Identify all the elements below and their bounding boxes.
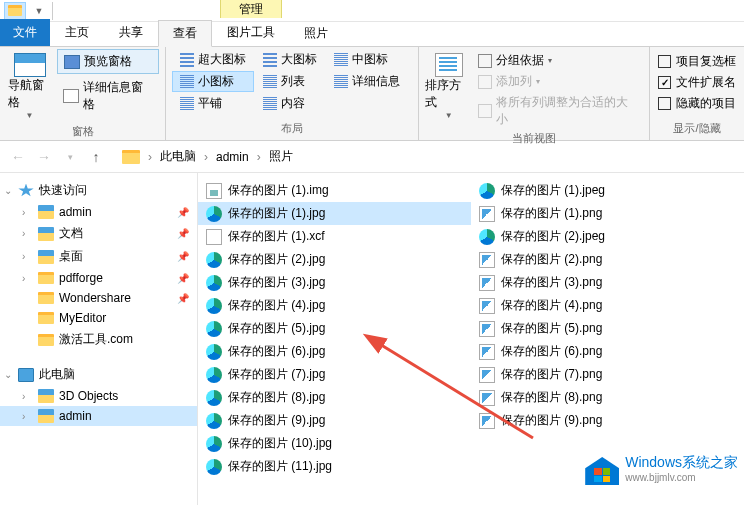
layout-small[interactable]: 小图标 (172, 71, 254, 92)
file-item[interactable]: 保存的图片 (9).png (471, 409, 744, 432)
tab-home[interactable]: 主页 (50, 19, 104, 46)
recent-dropdown[interactable]: ▾ (58, 145, 82, 169)
file-item[interactable]: 保存的图片 (4).jpg (198, 294, 471, 317)
file-item[interactable]: 保存的图片 (10).jpg (198, 432, 471, 455)
checkbox-hidden-items[interactable]: 隐藏的项目 (658, 95, 736, 112)
file-item[interactable]: 保存的图片 (4).png (471, 294, 744, 317)
file-item[interactable]: 保存的图片 (6).jpg (198, 340, 471, 363)
folder-icon (38, 292, 54, 304)
checkbox-file-extensions[interactable]: 文件扩展名 (658, 74, 736, 91)
tab-file[interactable]: 文件 (0, 19, 50, 46)
crumb-sep-icon[interactable]: › (146, 150, 154, 164)
layout-extra-large[interactable]: 超大图标 (172, 49, 254, 70)
png-icon (479, 275, 495, 291)
details-pane-button[interactable]: 详细信息窗格 (57, 76, 159, 116)
tab-share[interactable]: 共享 (104, 19, 158, 46)
layout-details[interactable]: 详细信息 (326, 71, 408, 92)
expand-icon[interactable]: › (22, 228, 25, 239)
checkbox-item-checkboxes[interactable]: 项目复选框 (658, 53, 736, 70)
file-item[interactable]: 保存的图片 (11).jpg (198, 455, 471, 478)
file-name: 保存的图片 (3).jpg (228, 274, 325, 291)
edge-icon (206, 344, 222, 360)
breadcrumb-photos[interactable]: 照片 (265, 146, 297, 167)
layout-medium[interactable]: 中图标 (326, 49, 408, 70)
expand-icon[interactable]: › (22, 391, 25, 402)
breadcrumb-admin[interactable]: admin (212, 148, 253, 166)
add-column-button[interactable]: 添加列 ▾ (476, 72, 639, 91)
qat-dropdown-icon[interactable]: ▼ (28, 2, 50, 20)
expand-icon[interactable]: ⌄ (4, 369, 12, 380)
tree-item-admin[interactable]: ›admin📌 (0, 202, 197, 222)
crumb-sep-icon[interactable]: › (255, 150, 263, 164)
tab-view[interactable]: 查看 (158, 20, 212, 47)
file-item[interactable]: 保存的图片 (1).jpg (198, 202, 471, 225)
png-icon (479, 252, 495, 268)
tree-item-com[interactable]: 激活工具.com (0, 328, 197, 351)
preview-pane-button[interactable]: 预览窗格 (57, 49, 159, 74)
file-item[interactable]: 保存的图片 (8).png (471, 386, 744, 409)
nav-sidebar[interactable]: ⌄ 快速访问 ›admin📌›文档📌›桌面📌›pdfforge📌Wondersh… (0, 173, 198, 505)
fit-columns-button[interactable]: 将所有列调整为合适的大小 (476, 93, 639, 129)
file-item[interactable]: 保存的图片 (1).xcf (198, 225, 471, 248)
tree-item-admin[interactable]: ›admin (0, 406, 197, 426)
tree-item-wondershare[interactable]: Wondershare📌 (0, 288, 197, 308)
expand-icon[interactable]: › (22, 207, 25, 218)
ribbon-group-layout: 超大图标 大图标 中图标 小图标 列表 详细信息 平铺 内容 布局 (166, 47, 419, 140)
png-icon (479, 298, 495, 314)
file-name: 保存的图片 (10).jpg (228, 435, 332, 452)
file-item[interactable]: 保存的图片 (7).png (471, 363, 744, 386)
file-item[interactable]: 保存的图片 (8).jpg (198, 386, 471, 409)
tree-item-[interactable]: ›桌面📌 (0, 245, 197, 268)
tree-item-[interactable]: ›文档📌 (0, 222, 197, 245)
layout-tiles[interactable]: 平铺 (172, 93, 254, 114)
crumb-sep-icon[interactable]: › (202, 150, 210, 164)
expand-icon[interactable]: ⌄ (4, 185, 12, 196)
small-icon (180, 75, 194, 89)
layout-content[interactable]: 内容 (255, 93, 325, 114)
edge-icon (206, 252, 222, 268)
file-item[interactable]: 保存的图片 (1).img (198, 179, 471, 202)
file-item[interactable]: 保存的图片 (5).png (471, 317, 744, 340)
layout-large[interactable]: 大图标 (255, 49, 325, 70)
sort-button[interactable]: 排序方式 ▼ (425, 49, 472, 124)
tree-this-pc[interactable]: ⌄ 此电脑 (0, 363, 197, 386)
file-name: 保存的图片 (1).img (228, 182, 329, 199)
breadcrumb-thispc[interactable]: 此电脑 (156, 146, 200, 167)
png-icon (479, 413, 495, 429)
file-item[interactable]: 保存的图片 (7).jpg (198, 363, 471, 386)
group-label-showhide: 显示/隐藏 (656, 121, 738, 138)
forward-button[interactable]: → (32, 145, 56, 169)
file-item[interactable]: 保存的图片 (2).png (471, 248, 744, 271)
file-item[interactable]: 保存的图片 (1).png (471, 202, 744, 225)
pin-icon: 📌 (177, 207, 189, 218)
file-item[interactable]: 保存的图片 (1).jpeg (471, 179, 744, 202)
file-item[interactable]: 保存的图片 (3).jpg (198, 271, 471, 294)
ribbon-group-panes: 导航窗格 ▼ 预览窗格 详细信息窗格 窗格 (0, 47, 166, 140)
group-by-button[interactable]: 分组依据 ▾ (476, 51, 639, 70)
file-item[interactable]: 保存的图片 (5).jpg (198, 317, 471, 340)
file-item[interactable]: 保存的图片 (2).jpeg (471, 225, 744, 248)
tab-picture-tools[interactable]: 图片工具 (212, 19, 290, 46)
expand-icon[interactable]: › (22, 411, 25, 422)
up-button[interactable]: ↑ (84, 145, 108, 169)
tree-item-3dobjects[interactable]: ›3D Objects (0, 386, 197, 406)
folder-icon (38, 250, 54, 264)
file-name: 保存的图片 (7).jpg (228, 366, 325, 383)
file-item[interactable]: 保存的图片 (9).jpg (198, 409, 471, 432)
expand-icon[interactable]: › (22, 251, 25, 262)
file-name: 保存的图片 (3).png (501, 274, 602, 291)
file-item[interactable]: 保存的图片 (6).png (471, 340, 744, 363)
file-item[interactable]: 保存的图片 (2).jpg (198, 248, 471, 271)
folder-icon (38, 205, 54, 219)
nav-pane-button[interactable]: 导航窗格 ▼ (6, 49, 53, 124)
back-button[interactable]: ← (6, 145, 30, 169)
layout-list[interactable]: 列表 (255, 71, 325, 92)
qat-folder-icon[interactable] (4, 2, 26, 20)
tree-quick-access[interactable]: ⌄ 快速访问 (0, 179, 197, 202)
file-item[interactable]: 保存的图片 (3).png (471, 271, 744, 294)
expand-icon[interactable]: › (22, 273, 25, 284)
tree-item-myeditor[interactable]: MyEditor (0, 308, 197, 328)
tree-item-pdfforge[interactable]: ›pdfforge📌 (0, 268, 197, 288)
file-name: 保存的图片 (4).png (501, 297, 602, 314)
file-name: 保存的图片 (2).png (501, 251, 602, 268)
